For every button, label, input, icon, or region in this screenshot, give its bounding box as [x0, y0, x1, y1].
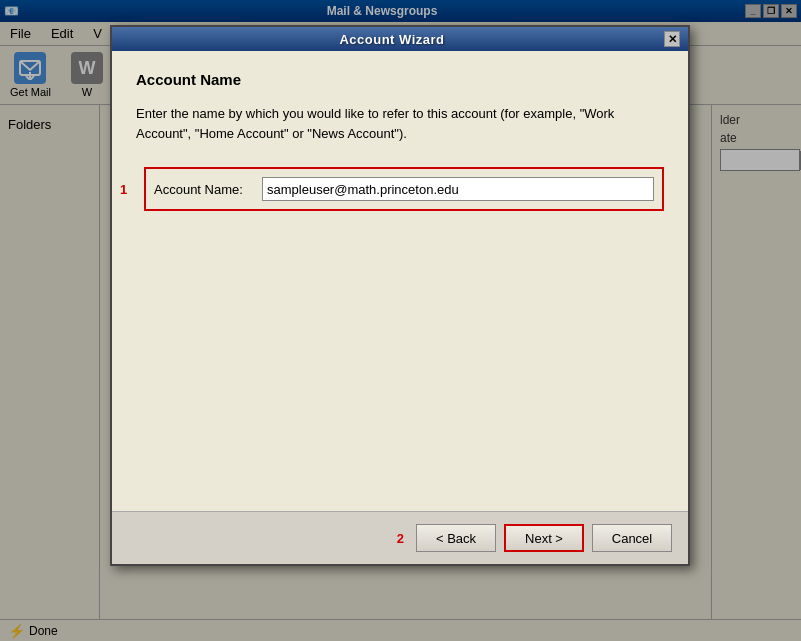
- account-name-label: Account Name:: [154, 182, 254, 197]
- dialog-body: Account Name Enter the name by which you…: [112, 51, 688, 511]
- dialog-title: Account Wizard: [120, 32, 664, 47]
- back-button[interactable]: < Back: [416, 524, 496, 552]
- account-wizard-dialog: Account Wizard ✕ Account Name Enter the …: [110, 25, 690, 566]
- next-button[interactable]: Next >: [504, 524, 584, 552]
- dialog-close-button[interactable]: ✕: [664, 31, 680, 47]
- account-name-field-highlight: Account Name:: [144, 167, 664, 211]
- modal-overlay: Account Wizard ✕ Account Name Enter the …: [0, 0, 801, 641]
- cancel-button[interactable]: Cancel: [592, 524, 672, 552]
- dialog-titlebar: Account Wizard ✕: [112, 27, 688, 51]
- account-name-input[interactable]: [262, 177, 654, 201]
- account-name-row: 1 Account Name:: [136, 167, 664, 211]
- step1-number: 1: [120, 182, 127, 197]
- dialog-description: Enter the name by which you would like t…: [136, 104, 664, 143]
- next-btn-wrapper: Next >: [504, 524, 584, 552]
- dialog-section-title: Account Name: [136, 71, 664, 88]
- step2-number: 2: [397, 531, 404, 546]
- dialog-footer: 2 < Back Next > Cancel: [112, 511, 688, 564]
